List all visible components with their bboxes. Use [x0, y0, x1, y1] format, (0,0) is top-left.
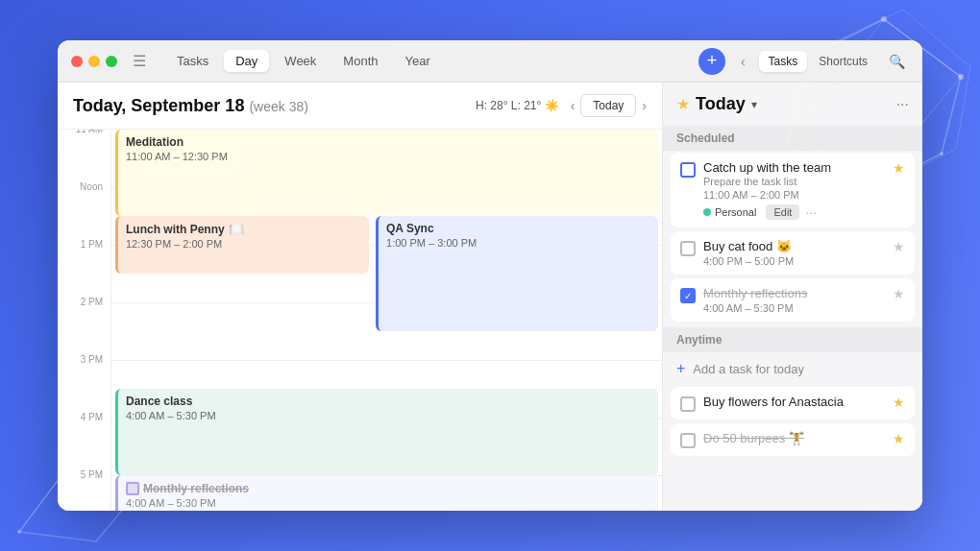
task-reflections-star-icon[interactable]: ★ — [893, 286, 905, 301]
cat-food-emoji: 🐱 — [776, 239, 792, 253]
svg-point-6 — [958, 74, 964, 80]
panel-dropdown-icon[interactable]: ▾ — [751, 98, 757, 111]
time-label-2pm: 2 PM — [81, 297, 103, 307]
time-label-4pm: 4 PM — [81, 412, 103, 422]
events-column: Meditation 11:00 AM – 12:30 PM Lunch wit… — [110, 130, 662, 511]
task-reflections-time: 4:00 AM – 5:30 PM — [703, 302, 885, 314]
anytime-section-label: Anytime — [663, 327, 922, 352]
prev-day-icon[interactable]: ‹ — [571, 98, 576, 113]
task-catch-up-subtitle: Prepare the task list — [703, 176, 885, 187]
date-title: Today, September 18 (week 38) — [73, 96, 476, 116]
panel-header: ★ Today ▾ ··· — [663, 83, 922, 126]
menu-icon[interactable]: ☰ — [133, 52, 146, 70]
time-slot-4pm: 4 PM — [58, 418, 110, 475]
today-button[interactable]: Today — [580, 94, 636, 117]
event-lunch-title: Lunch with Penny — [126, 223, 225, 236]
event-qa-sync[interactable]: QA Sync 1:00 PM – 3:00 PM — [376, 216, 658, 331]
close-button[interactable] — [71, 56, 83, 67]
task-cat-food-title-text: Buy cat food — [703, 239, 772, 253]
task-buy-flowers-checkbox[interactable] — [680, 396, 696, 412]
event-lunch[interactable]: Lunch with Penny 🍽️ 12:30 PM – 2:00 PM — [115, 216, 369, 274]
add-task-icon: + — [676, 360, 685, 377]
weather-info: H: 28° L: 21° ☀️ — [476, 99, 559, 112]
task-reflections-body: Monthly reflections 4:00 AM – 5:30 PM — [703, 286, 885, 314]
time-label-noon: Noon — [80, 181, 103, 192]
task-burpees-checkbox[interactable] — [680, 433, 696, 448]
right-panel: ★ Today ▾ ··· Scheduled Catch up with th… — [663, 83, 922, 511]
task-buy-flowers-star-icon[interactable]: ★ — [893, 395, 905, 410]
time-label-11am: 11 AM — [76, 130, 103, 134]
task-cat-food-checkbox[interactable] — [680, 241, 696, 256]
task-cat-food-star-icon[interactable]: ★ — [893, 239, 905, 254]
task-edit-button[interactable]: Edit — [766, 204, 799, 220]
event-meditation[interactable]: Meditation 11:00 AM – 12:30 PM — [115, 130, 658, 216]
event-qa-time: 1:00 PM – 3:00 PM — [386, 237, 650, 249]
event-qa-title: QA Sync — [386, 222, 434, 235]
event-meditation-title: Meditation — [126, 135, 184, 149]
event-dance-time: 4:00 AM – 5:30 PM — [126, 410, 650, 421]
add-event-button[interactable]: + — [698, 48, 725, 75]
task-monthly-reflections[interactable]: Monthly reflections 4:00 AM – 5:30 PM ★ — [671, 278, 915, 322]
task-more-icon[interactable]: ··· — [805, 204, 817, 220]
tag-label: Personal — [715, 206, 756, 218]
event-reflections-time: 4:00 AM – 5:30 PM — [126, 497, 650, 509]
task-burpees[interactable]: Do 50 burpees 🏋️ ★ — [671, 423, 915, 456]
tab-year[interactable]: Year — [394, 50, 442, 72]
task-buy-flowers-title: Buy flowers for Anastacia — [703, 395, 885, 409]
tab-tasks[interactable]: Tasks — [165, 50, 220, 72]
task-burpees-body: Do 50 burpees 🏋️ — [703, 431, 885, 445]
minimize-button[interactable] — [88, 56, 100, 67]
task-burpees-title-text: Do 50 burpees — [703, 431, 785, 445]
week-label: (week 38) — [249, 99, 307, 114]
hour-line-3pm — [111, 360, 662, 361]
task-catch-up-tags: Personal Edit ··· — [703, 204, 885, 220]
reflections-checkbox-icon — [126, 482, 139, 495]
task-cat-food-body: Buy cat food 🐱 4:00 PM – 5:00 PM — [703, 239, 885, 267]
main-content: Today, September 18 (week 38) H: 28° L: … — [58, 83, 922, 511]
task-cat-food[interactable]: Buy cat food 🐱 4:00 PM – 5:00 PM ★ — [671, 231, 915, 275]
time-slot-noon: Noon — [58, 187, 110, 245]
search-icon[interactable]: 🔍 — [885, 50, 909, 73]
tab-week[interactable]: Week — [273, 50, 328, 72]
event-dance-title: Dance class — [126, 395, 192, 408]
burpees-emoji: 🏋️ — [789, 431, 804, 445]
event-reflections[interactable]: Monthly reflections 4:00 AM – 5:30 PM — [115, 475, 658, 511]
nav-shortcuts[interactable]: Shortcuts — [809, 51, 877, 72]
event-dance[interactable]: Dance class 4:00 AM – 5:30 PM — [115, 389, 658, 475]
calendar-header: Today, September 18 (week 38) H: 28° L: … — [58, 83, 662, 130]
panel-more-icon[interactable]: ··· — [896, 96, 909, 113]
task-burpees-star-icon[interactable]: ★ — [893, 431, 905, 446]
tab-month[interactable]: Month — [331, 50, 389, 72]
task-reflections-checkbox[interactable] — [680, 288, 696, 303]
panel-title: Today — [696, 94, 746, 114]
task-buy-flowers[interactable]: Buy flowers for Anastacia ★ — [671, 387, 915, 419]
maximize-button[interactable] — [106, 56, 117, 67]
task-catch-up[interactable]: Catch up with the team Prepare the task … — [671, 153, 915, 228]
lunch-emoji: 🍽️ — [229, 222, 244, 236]
task-reflections-title: Monthly reflections — [703, 286, 885, 300]
task-catch-up-checkbox[interactable] — [680, 162, 696, 178]
event-meditation-time: 11:00 AM – 12:30 PM — [126, 151, 650, 162]
task-catch-up-body: Catch up with the team Prepare the task … — [703, 160, 885, 220]
add-task-label: Add a task for today — [693, 362, 804, 376]
date-text: Today, September 18 — [73, 96, 244, 115]
weather-text: H: 28° L: 21° ☀️ — [476, 99, 559, 112]
time-slot-5pm: 5 PM — [58, 475, 110, 511]
task-catch-up-time: 11:00 AM – 2:00 PM — [703, 189, 885, 201]
task-catch-up-star-icon[interactable]: ★ — [893, 160, 905, 176]
prev-arrow-icon[interactable]: ‹ — [735, 50, 751, 73]
nav-tasks[interactable]: Tasks — [759, 51, 808, 72]
calendar-body: 11 AM Noon 1 PM 2 PM 3 PM 4 PM — [58, 130, 662, 511]
right-nav: ‹ Tasks Shortcuts 🔍 — [735, 50, 909, 73]
next-day-icon[interactable]: › — [642, 98, 647, 113]
event-lunch-time: 12:30 PM – 2:00 PM — [126, 238, 361, 250]
calendar-section: Today, September 18 (week 38) H: 28° L: … — [58, 83, 663, 511]
svg-point-5 — [881, 16, 887, 22]
today-nav: ‹ Today › — [571, 94, 647, 117]
time-column: 11 AM Noon 1 PM 2 PM 3 PM 4 PM — [58, 130, 110, 511]
task-burpees-title: Do 50 burpees 🏋️ — [703, 431, 885, 445]
add-task-row[interactable]: + Add a task for today — [663, 352, 922, 385]
task-catch-up-title: Catch up with the team — [703, 160, 885, 175]
tab-day[interactable]: Day — [224, 50, 269, 72]
time-label-3pm: 3 PM — [81, 354, 103, 365]
